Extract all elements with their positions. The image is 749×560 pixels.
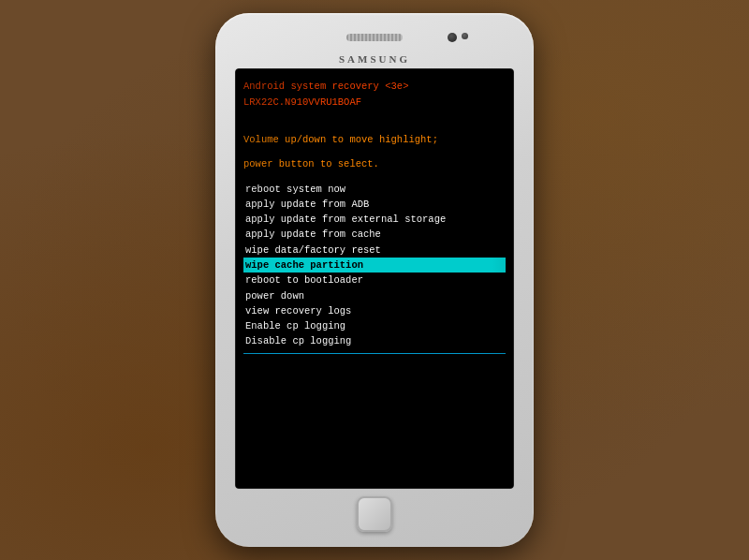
menu-item-wipe-data[interactable]: wipe data/factory reset [243,243,506,258]
menu-item-reboot-system[interactable]: reboot system now [243,182,506,197]
phone-screen: Android system recovery <3e> LRX22C.N910… [235,68,514,489]
phone-top-bar [225,24,524,50]
recovery-header-title: Android system recovery <3e> [243,79,506,94]
menu-item-reboot-bootloader[interactable]: reboot to bootloader [243,273,506,287]
home-button[interactable] [357,496,392,532]
menu-item-view-logs[interactable]: view recovery logs [243,303,506,318]
brand-logo: SAMSUNG [339,53,410,65]
phone-device: SAMSUNG Android system recovery <3e> LRX… [215,13,534,547]
menu-divider [243,353,506,354]
recovery-menu: reboot system nowapply update from ADBap… [243,182,506,349]
sensor-dot [462,33,468,39]
recovery-header-subtitle: LRX22C.N910VVRU1BOAF [243,95,506,110]
menu-item-disable-cp[interactable]: Disable cp logging [243,333,506,348]
camera-lens [448,33,457,42]
phone-bottom [357,496,392,532]
menu-item-apply-cache[interactable]: apply update from cache [243,227,506,242]
menu-item-power-down[interactable]: power down [243,288,506,303]
instructions-line1: Volume up/down to move highlight; [243,132,506,147]
menu-item-apply-adb[interactable]: apply update from ADB [243,197,506,212]
camera-area [448,33,468,42]
menu-item-apply-external[interactable]: apply update from external storage [243,212,506,227]
menu-item-wipe-cache[interactable]: wipe cache partition [243,258,506,273]
speaker-grille [346,34,403,41]
instructions-line2: power button to select. [243,156,506,171]
menu-item-enable-cp[interactable]: Enable cp logging [243,318,506,333]
recovery-screen: Android system recovery <3e> LRX22C.N910… [236,69,513,488]
